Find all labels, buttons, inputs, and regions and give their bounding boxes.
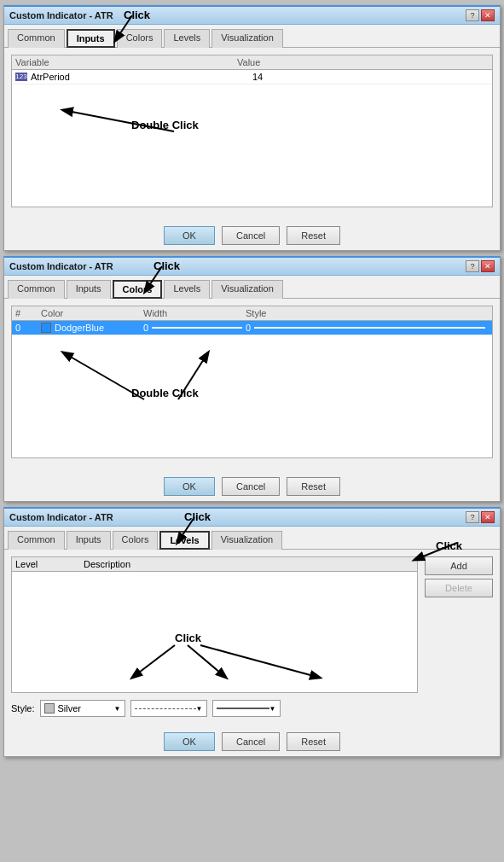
dialog3-footer: OK Cancel Reset: [4, 727, 500, 756]
style-indicator: [254, 327, 485, 329]
annotation-area2: Double Click: [12, 335, 492, 446]
levels-table-header: Level Description: [12, 557, 417, 572]
lth-level: Level: [15, 559, 84, 569]
col-header-style: Style: [246, 308, 489, 318]
reset-button1[interactable]: Reset: [287, 226, 340, 245]
tab2-common[interactable]: Common: [8, 280, 65, 299]
ok-button2[interactable]: OK: [164, 477, 215, 496]
help-button3[interactable]: ?: [466, 511, 479, 523]
row-color: DodgerBlue: [41, 323, 143, 333]
arrow-svg1: [12, 84, 268, 187]
col-header-variable: Variable: [15, 57, 237, 67]
titlebar1: Custom Indicator - ATR ? ✕: [4, 7, 500, 25]
ok-button3[interactable]: OK: [164, 732, 215, 751]
reset-button2[interactable]: Reset: [287, 477, 340, 496]
table-row[interactable]: 123 AtrPeriod 14: [12, 70, 492, 84]
col-header-num: #: [15, 308, 41, 318]
row-variable: AtrPeriod: [31, 72, 252, 82]
dialog1-content: Variable Value 123 AtrPeriod 14 Double C…: [4, 48, 500, 221]
tab1-levels[interactable]: Levels: [164, 29, 210, 48]
colors-table-header: # Color Width Style: [12, 306, 492, 321]
tab1-visualization[interactable]: Visualization: [211, 29, 283, 48]
close-button2[interactable]: ✕: [481, 260, 495, 272]
solid-line: [217, 708, 269, 709]
svg-text:Click: Click: [175, 632, 202, 644]
col-header-color: Color: [41, 308, 143, 318]
tab2-inputs[interactable]: Inputs: [67, 280, 111, 299]
colors-table: # Color Width Style 0 DodgerBlue 0: [11, 306, 493, 458]
dialog2: Custom Indicator - ATR ? ✕ Common Inputs…: [3, 256, 501, 502]
dialog3: Custom Indicator - ATR ? ✕ Common Inputs…: [3, 507, 501, 757]
close-button3[interactable]: ✕: [481, 511, 495, 523]
dbl-click-label1: Double Click: [131, 119, 199, 131]
close-button1[interactable]: ✕: [481, 9, 495, 21]
col-header-value: Value: [237, 57, 489, 67]
click-annotation3c: Click: [90, 626, 379, 688]
dialog2-content: # Color Width Style 0 DodgerBlue 0: [4, 299, 500, 472]
inputs-table: Variable Value 123 AtrPeriod 14 Double C…: [11, 55, 493, 207]
click-label3b: Click: [436, 539, 462, 552]
tab2-visualization[interactable]: Visualization: [211, 280, 283, 299]
dialog2-footer: OK Cancel Reset: [4, 472, 500, 501]
click-annotation2: Click: [128, 259, 196, 304]
levels-buttons: Add Delete: [425, 556, 493, 720]
tab3-common[interactable]: Common: [8, 531, 65, 550]
style-line-select2[interactable]: ▼: [212, 700, 281, 717]
style-line-select1[interactable]: ▼: [130, 700, 207, 717]
style-color-value: Silver: [58, 703, 82, 713]
inputs-table-header: Variable Value: [12, 55, 492, 70]
col-header-width: Width: [143, 308, 246, 318]
tab3-inputs[interactable]: Inputs: [67, 531, 111, 550]
delete-button[interactable]: Delete: [425, 579, 493, 597]
silver-swatch: [44, 703, 55, 713]
style-color-select[interactable]: Silver ▼: [40, 700, 125, 717]
dialog2-title: Custom Indicator - ATR: [9, 261, 113, 271]
tabs2: Common Inputs Colors Levels Visualizatio…: [4, 276, 500, 299]
click-arrow-svg3c: Click: [90, 626, 379, 686]
row-style: 0: [246, 323, 489, 333]
color-swatch: [41, 323, 51, 333]
svg-line-10: [200, 645, 320, 678]
dropdown-arrow3: ▼: [269, 705, 276, 713]
titlebar2: Custom Indicator - ATR ? ✕: [4, 258, 500, 276]
style-label: Style:: [11, 703, 35, 713]
click-label2: Click: [154, 259, 180, 272]
click-annotation1: Click: [98, 9, 166, 53]
cancel-button1[interactable]: Cancel: [222, 226, 280, 245]
dashed-line1: [135, 708, 196, 709]
cancel-button2[interactable]: Cancel: [222, 477, 280, 496]
title-buttons1: ? ✕: [466, 9, 495, 21]
tab3-colors[interactable]: Colors: [113, 531, 159, 550]
title-buttons2: ? ✕: [466, 260, 495, 272]
titlebar3: Custom Indicator - ATR ? ✕: [4, 509, 500, 527]
click-label3a: Click: [184, 510, 211, 523]
cancel-button3[interactable]: Cancel: [222, 732, 280, 751]
row-width: 0: [143, 323, 246, 333]
dialog3-title: Custom Indicator - ATR: [9, 512, 113, 522]
colors-table-row[interactable]: 0 DodgerBlue 0 0: [12, 321, 492, 335]
lth-desc: Description: [84, 559, 414, 569]
colors-table-body: 0 DodgerBlue 0 0 Doubl: [12, 321, 492, 457]
dbl-click-label2: Double Click: [131, 387, 199, 399]
svg-line-8: [132, 645, 175, 678]
width-indicator: [152, 327, 242, 329]
row-num: 0: [15, 323, 41, 333]
ok-button1[interactable]: OK: [164, 226, 215, 245]
help-button2[interactable]: ?: [466, 260, 479, 272]
dropdown-arrow1: ▼: [114, 705, 121, 713]
tab1-common[interactable]: Common: [8, 29, 65, 48]
click-annotation3b: Click: [406, 539, 474, 567]
reset-button3[interactable]: Reset: [287, 732, 340, 751]
dropdown-arrow2: ▼: [196, 705, 203, 713]
inputs-table-body: 123 AtrPeriod 14 Double Click: [12, 70, 492, 207]
row-icon: 123: [15, 73, 27, 81]
click-annotation3a: Click: [162, 510, 230, 555]
help-button1[interactable]: ?: [466, 9, 479, 21]
levels-style-row: Style: Silver ▼ ▼ ▼: [11, 696, 418, 720]
dialog1-footer: OK Cancel Reset: [4, 221, 500, 250]
click-label1: Click: [124, 9, 150, 21]
annotation-area1: Double Click: [12, 84, 492, 187]
tabs1: Common Inputs Colors Levels Visualizatio…: [4, 25, 500, 48]
title-buttons3: ? ✕: [466, 511, 495, 523]
row-value: 14: [252, 72, 489, 82]
